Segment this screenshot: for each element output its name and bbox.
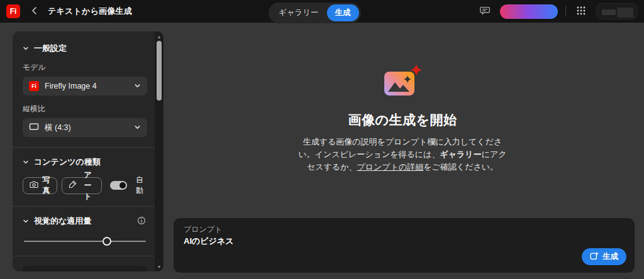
gallery-bold-text: ギャラリー [440,150,481,159]
sidebar-scrollbar[interactable]: ▲ ▼ [155,31,164,271]
auto-label: 自動 [136,175,147,196]
firefly-app: Fi テキストから画像生成 ギャラリー 生成 [0,0,644,279]
account-area-redacted[interactable] [596,3,638,19]
apps-menu-button[interactable] [574,4,589,19]
paintbrush-icon [69,180,77,190]
camera-icon [30,181,38,190]
section-divider [13,256,155,256]
section-general-settings[interactable]: 一般設定 [23,43,147,54]
back-button[interactable] [30,6,39,17]
visual-intensity-info-button[interactable] [136,216,147,227]
generate-button-label: 生成 [602,251,618,262]
prompt-label: プロンプト [184,224,222,235]
description-text: をご確認ください。 [423,162,498,172]
visual-intensity-slider[interactable] [24,237,146,246]
chevron-down-icon [23,44,29,53]
section-visual-intensity[interactable]: 視覚的な適用量 [23,216,136,227]
credits-pill-redacted[interactable] [500,4,558,19]
model-label: モデル [23,62,147,73]
feedback-bubble-icon [479,5,491,18]
section-content-type[interactable]: コンテンツの種類 [23,156,147,168]
section-divider [13,206,155,207]
page-title: テキストから画像生成 [48,6,132,17]
model-value: Firefly Image 4 [45,82,128,90]
prompt-value: AIのビジネス [184,236,234,247]
section-title: 視覚的な適用量 [34,216,91,227]
redaction-blob [602,9,616,15]
clipped-control [23,266,147,271]
chevron-down-icon [134,123,141,133]
generate-image-icon [382,63,423,103]
redaction-blob [617,8,633,18]
scrollbar-thumb[interactable] [157,41,162,101]
aspect-ratio-value: 横 (4:3) [45,123,128,133]
chevron-left-icon [30,6,39,17]
content-type-controls: 写真 アート 自動 [23,175,147,196]
apps-grid-icon [576,6,586,18]
empty-state: 画像の生成を開始 生成する画像の説明をプロンプト欄に入力してください。インスピレ… [165,38,640,182]
generate-sparkle-icon [590,251,599,262]
topbar-divider [565,6,566,17]
auto-toggle[interactable] [110,181,127,190]
model-dropdown[interactable]: Fi Firefly Image 4 [23,77,147,96]
generate-button[interactable]: 生成 [582,248,626,265]
photo-button[interactable]: 写真 [23,177,57,194]
visual-intensity-slider-handle[interactable] [103,237,111,246]
section-divider [13,147,155,148]
aspect-ratio-label: 縦横比 [23,104,147,114]
settings-sidebar: 一般設定 モデル Fi Firefly Image 4 縦横比 横 (4:3) [13,31,164,271]
section-title: 一般設定 [34,43,67,54]
section-title: コンテンツの種類 [34,156,101,168]
info-icon [137,216,146,227]
settings-sidebar-content: 一般設定 モデル Fi Firefly Image 4 縦横比 横 (4:3) [13,31,155,271]
photo-label: 写真 [42,175,50,196]
art-button[interactable]: アート [62,177,102,194]
chevron-down-icon [134,82,141,91]
scroll-down-arrow-icon[interactable]: ▼ [155,262,164,271]
aspect-ratio-dropdown[interactable]: 横 (4:3) [23,118,147,137]
topbar-right [477,3,638,19]
view-switcher: ギャラリー 生成 [269,3,361,23]
visual-intensity-header-row: 視覚的な適用量 [23,216,147,227]
art-label: アート [80,170,95,202]
feedback-button[interactable] [477,4,492,19]
firefly-model-icon: Fi [29,81,39,91]
tab-generate[interactable]: 生成 [327,4,359,21]
chevron-down-icon [23,217,29,226]
chevron-down-icon [23,158,29,167]
scroll-up-arrow-icon[interactable]: ▲ [155,32,164,41]
top-bar: Fi テキストから画像生成 ギャラリー 生成 [0,0,644,23]
slider-track [24,241,146,242]
empty-state-description: 生成する画像の説明をプロンプト欄に入力してください。インスピレーションを得るには… [297,136,508,173]
empty-state-heading: 画像の生成を開始 [348,111,457,129]
prompt-input[interactable]: プロンプト AIのビジネス 生成 [174,218,635,273]
toggle-knob [119,182,126,189]
prompt-details-link[interactable]: プロンプトの詳細 [357,162,423,172]
firefly-logo[interactable]: Fi [6,4,20,18]
landscape-ratio-icon [29,123,39,133]
tab-gallery[interactable]: ギャラリー [270,4,327,21]
